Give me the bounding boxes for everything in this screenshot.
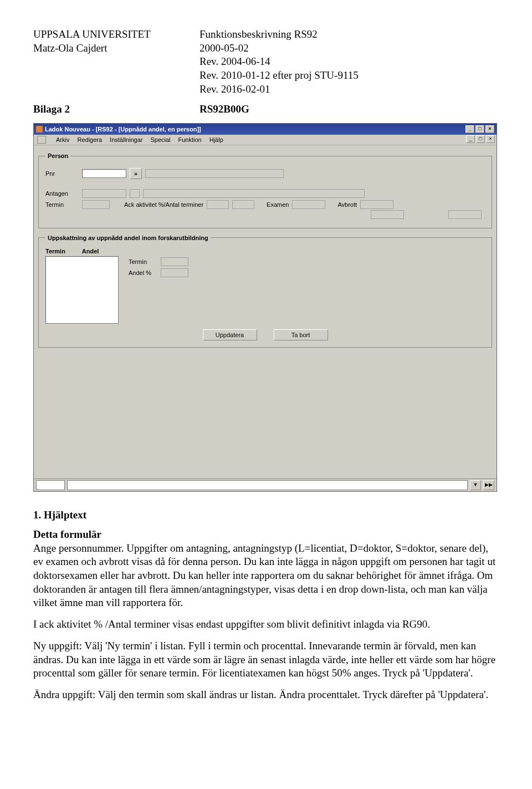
org-name: UPPSALA UNIVERSITET: [33, 28, 200, 42]
person-group: Person Pnr » Antagen Termin Ack aktivite…: [38, 152, 492, 228]
status-dropdown-button[interactable]: ▼: [470, 480, 481, 490]
pnr-label: Pnr: [45, 170, 79, 177]
examen-field-2: [371, 210, 404, 219]
termin-label: Termin: [45, 201, 79, 208]
bilaga-code: RS92B00G: [200, 103, 249, 116]
pnr-input[interactable]: [82, 169, 126, 178]
doc-title: Funktionsbeskrivning RS92: [200, 28, 499, 42]
termin2-label: Termin: [129, 258, 157, 266]
doc-date: 2000-05-02: [200, 42, 499, 55]
col-andel: Andel: [82, 247, 99, 255]
antagen-type-field: [130, 189, 140, 198]
window-title: Ladok Nouveau - [RS92 - [Uppnådd andel, …: [45, 125, 201, 133]
help-para-1: Ange personnummer. Uppgifter om antagnin…: [33, 542, 499, 610]
close-button[interactable]: ×: [485, 125, 494, 133]
app-window: Ladok Nouveau - [RS92 - [Uppnådd andel, …: [33, 123, 497, 492]
status-next-button[interactable]: ▶▶: [483, 480, 494, 490]
andelpct-field[interactable]: [161, 268, 188, 277]
examen-field: [292, 200, 325, 209]
antagen-code-field: [82, 189, 126, 198]
app-empty-area: [38, 353, 492, 470]
termin-listbox[interactable]: [45, 256, 119, 324]
menubar: Arkiv Redigera Inställningar Special Fun…: [34, 135, 497, 145]
termin2-field[interactable]: [161, 257, 188, 266]
inner-minimize-button[interactable]: _: [466, 135, 475, 143]
pnr-name-field: [145, 169, 284, 178]
person-legend: Person: [45, 152, 70, 160]
minimize-button[interactable]: _: [466, 125, 474, 133]
help-heading: 1. Hjälptext: [33, 508, 499, 522]
status-code-field: [36, 480, 65, 490]
document-header: UPPSALA UNIVERSITET Matz-Ola Cajdert Fun…: [33, 28, 499, 116]
statusbar: ▼ ▶▶: [34, 479, 497, 491]
antagen-desc-field: [143, 189, 365, 198]
app-icon: [36, 126, 43, 133]
help-subheading: Detta formulär: [33, 528, 499, 542]
ack-pct-field: [207, 200, 229, 209]
tabort-button[interactable]: Ta bort: [274, 329, 328, 340]
status-message-field: [67, 480, 468, 490]
pnr-expand-button[interactable]: »: [130, 168, 142, 179]
menu-redigera[interactable]: Redigera: [77, 136, 102, 144]
uppskattning-legend: Uppskattning av uppnådd andel inom forsk…: [45, 234, 211, 242]
termin-field: [82, 200, 110, 209]
uppdatera-button[interactable]: Uppdatera: [203, 329, 257, 340]
help-para-2: I ack aktivitet % /Antal terminer visas …: [33, 618, 499, 632]
author-name: Matz-Ola Cajdert: [33, 42, 200, 55]
maximize-button[interactable]: □: [475, 125, 484, 133]
col-termin: Termin: [45, 247, 65, 255]
doc-rev1: Rev. 2004-06-14: [200, 55, 499, 69]
andelpct-label: Andel %: [129, 269, 157, 277]
uppskattning-group: Uppskattning av uppnådd andel inom forsk…: [38, 234, 492, 348]
menu-special[interactable]: Special: [150, 136, 170, 144]
menu-funktion[interactable]: Funktion: [178, 136, 202, 144]
doc-rev3: Rev. 2016-02-01: [200, 83, 499, 96]
help-para-3: Ny uppgift: Välj 'Ny termin' i listan. F…: [33, 639, 499, 680]
titlebar[interactable]: Ladok Nouveau - [RS92 - [Uppnådd andel, …: [34, 124, 497, 135]
menu-arkiv[interactable]: Arkiv: [56, 136, 69, 144]
avbrott-label: Avbrott: [337, 201, 357, 208]
menu-installningar[interactable]: Inställningar: [110, 136, 142, 144]
avbrott-field: [360, 200, 393, 209]
inner-close-button[interactable]: ×: [486, 135, 495, 143]
menu-hjalp[interactable]: Hjälp: [209, 136, 223, 144]
antagen-label: Antagen: [45, 190, 79, 197]
inner-restore-button[interactable]: □: [476, 135, 485, 143]
avbrott-field-2: [448, 210, 482, 219]
doc-rev2: Rev. 2010-01-12 efter proj STU-9115: [200, 69, 499, 83]
examen-label: Examen: [267, 201, 289, 208]
ack-label: Ack aktivitet %/Antal terminer: [124, 201, 203, 208]
bilaga-label: Bilaga 2: [33, 103, 200, 116]
mdi-icon[interactable]: [37, 136, 46, 144]
help-para-4: Ändra uppgift: Välj den termin som skall…: [33, 688, 499, 702]
ack-terms-field: [232, 200, 254, 209]
